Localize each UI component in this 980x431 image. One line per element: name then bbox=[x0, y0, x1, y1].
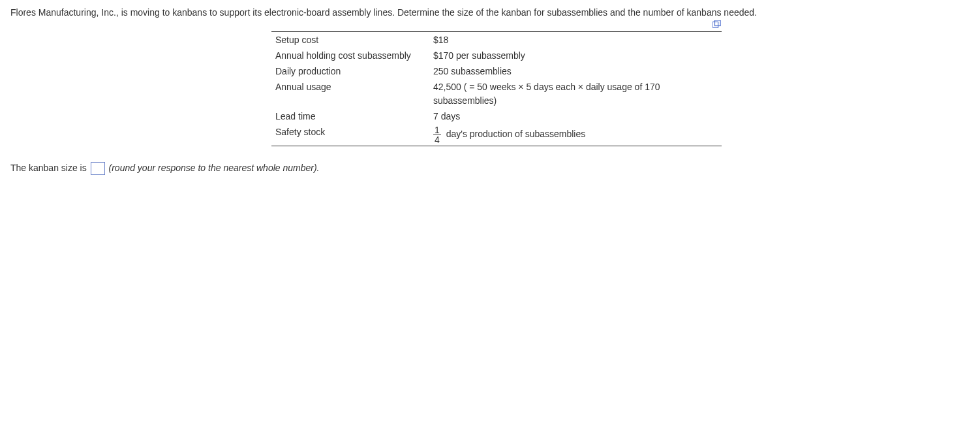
table-row: Setup cost $18 bbox=[271, 31, 722, 48]
cell-value: 7 days bbox=[429, 108, 722, 124]
answer-line: The kanban size is (round your response … bbox=[10, 162, 970, 175]
kanban-size-input[interactable] bbox=[91, 162, 105, 175]
cell-label: Setup cost bbox=[271, 31, 429, 48]
table-row: Safety stock 1 4 day's production of sub… bbox=[271, 124, 722, 146]
data-table-container: Setup cost $18 Annual holding cost subas… bbox=[271, 31, 722, 147]
cell-value: 42,500 ( = 50 weeks × 5 days each × dail… bbox=[429, 79, 722, 108]
cell-value: $18 bbox=[429, 31, 722, 48]
fraction-denominator: 4 bbox=[433, 135, 441, 144]
answer-hint: (round your response to the nearest whol… bbox=[109, 163, 320, 173]
table-row: Daily production 250 subassemblies bbox=[271, 63, 722, 79]
answer-prefix: The kanban size is bbox=[10, 163, 87, 173]
copy-icon[interactable] bbox=[712, 20, 722, 30]
cell-label: Safety stock bbox=[271, 124, 429, 146]
cell-value: 1 4 day's production of subassemblies bbox=[429, 124, 722, 146]
cell-value: $170 per subassembly bbox=[429, 48, 722, 63]
fraction-numerator: 1 bbox=[433, 125, 441, 135]
cell-label: Annual usage bbox=[271, 79, 429, 108]
svg-rect-0 bbox=[712, 22, 718, 27]
cell-label: Lead time bbox=[271, 108, 429, 124]
fraction: 1 4 bbox=[433, 125, 441, 144]
svg-rect-1 bbox=[715, 20, 721, 26]
cell-value: 250 subassemblies bbox=[429, 63, 722, 79]
table-row: Annual usage 42,500 ( = 50 weeks × 5 day… bbox=[271, 79, 722, 108]
table-row: Lead time 7 days bbox=[271, 108, 722, 124]
cell-label: Daily production bbox=[271, 63, 429, 79]
data-table: Setup cost $18 Annual holding cost subas… bbox=[271, 31, 722, 147]
cell-label: Annual holding cost subassembly bbox=[271, 48, 429, 63]
problem-statement: Flores Manufacturing, Inc., is moving to… bbox=[10, 7, 970, 20]
table-row: Annual holding cost subassembly $170 per… bbox=[271, 48, 722, 63]
safety-stock-suffix: day's production of subassemblies bbox=[446, 129, 586, 140]
